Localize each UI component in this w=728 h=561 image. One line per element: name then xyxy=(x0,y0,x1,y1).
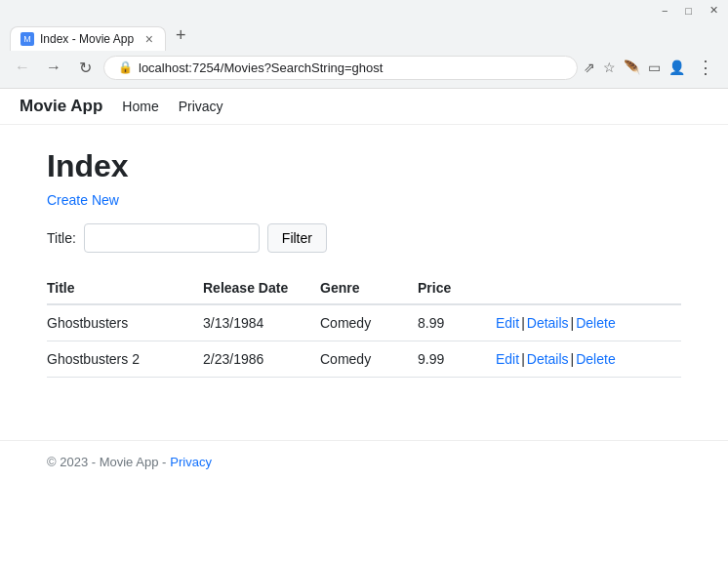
maximize-icon[interactable]: □ xyxy=(685,5,692,17)
col-header-title: Title xyxy=(47,272,203,304)
col-header-actions xyxy=(496,272,681,304)
address-bar[interactable]: 🔒 localhost:7254/Movies?SearchString=gho… xyxy=(103,56,578,80)
table-row: Ghostbusters 2 2/23/1986 Comedy 9.99 Edi… xyxy=(47,341,681,378)
edit-link-1[interactable]: Edit xyxy=(496,351,519,367)
filter-label: Title: xyxy=(47,230,76,246)
bookmark-icon[interactable]: ☆ xyxy=(603,60,616,75)
sep-3: | xyxy=(521,351,525,367)
main-content: Index Create New Title: Filter Title Rel… xyxy=(0,125,728,401)
delete-link-1[interactable]: Delete xyxy=(576,351,615,367)
back-button[interactable]: ← xyxy=(10,55,35,80)
browser-menu-button[interactable]: ⋮ xyxy=(693,55,718,80)
movie-release-1: 2/23/1986 xyxy=(203,341,320,378)
address-actions: ⇗ ☆ 🪶 ▭ 👤 ⋮ xyxy=(584,55,718,80)
movie-actions-0: Edit | Details | Delete xyxy=(496,304,681,341)
active-tab[interactable]: M Index - Movie App × xyxy=(10,26,166,51)
col-header-genre: Genre xyxy=(320,272,418,304)
table-body: Ghostbusters 3/13/1984 Comedy 8.99 Edit … xyxy=(47,304,681,378)
split-view-icon[interactable]: ▭ xyxy=(648,60,661,75)
sep-4: | xyxy=(571,351,575,367)
minimize-icon[interactable]: − xyxy=(662,5,667,17)
reload-button[interactable]: ↻ xyxy=(72,55,98,80)
movie-release-0: 3/13/1984 xyxy=(203,304,320,341)
tab-bar: M Index - Movie App × + xyxy=(0,17,728,51)
movie-price-0: 8.99 xyxy=(418,304,496,341)
filter-row: Title: Filter xyxy=(47,223,681,253)
filter-button[interactable]: Filter xyxy=(267,223,327,253)
tab-favicon: M xyxy=(20,32,34,46)
movies-table: Title Release Date Genre Price Ghostbust… xyxy=(47,272,681,378)
nav-home-link[interactable]: Home xyxy=(122,99,158,114)
url-text: localhost:7254/Movies?SearchString=ghost xyxy=(139,60,563,75)
movie-price-1: 9.99 xyxy=(418,341,496,378)
nav-privacy-link[interactable]: Privacy xyxy=(179,99,223,114)
details-link-1[interactable]: Details xyxy=(527,351,569,367)
title-search-input[interactable] xyxy=(84,223,260,253)
extensions-icon[interactable]: 🪶 xyxy=(624,60,640,75)
sep-2: | xyxy=(571,315,575,331)
col-header-price: Price xyxy=(418,272,496,304)
share-icon[interactable]: ⇗ xyxy=(584,60,595,75)
movie-title-1: Ghostbusters 2 xyxy=(47,341,203,378)
app-brand-link[interactable]: Movie App xyxy=(20,97,102,116)
movie-genre-1: Comedy xyxy=(320,341,418,378)
tab-title: Index - Movie App xyxy=(40,32,140,46)
browser-chrome: − □ ✕ M Index - Movie App × + ← → ↻ 🔒 lo… xyxy=(0,0,728,89)
create-new-link[interactable]: Create New xyxy=(47,192,119,208)
page-title: Index xyxy=(47,148,681,184)
footer-copyright: © 2023 - Movie App - xyxy=(47,455,166,469)
delete-link-0[interactable]: Delete xyxy=(576,315,615,331)
app-header: Movie App Home Privacy xyxy=(0,89,728,125)
col-header-release-date: Release Date xyxy=(203,272,320,304)
movie-title-0: Ghostbusters xyxy=(47,304,203,341)
lock-icon: 🔒 xyxy=(118,60,133,74)
address-bar-row: ← → ↻ 🔒 localhost:7254/Movies?SearchStri… xyxy=(0,51,728,88)
app-footer: © 2023 - Movie App - Privacy xyxy=(0,440,728,483)
movie-actions-1: Edit | Details | Delete xyxy=(496,341,681,378)
table-header: Title Release Date Genre Price xyxy=(47,272,681,304)
tab-close-button[interactable]: × xyxy=(145,32,153,46)
table-row: Ghostbusters 3/13/1984 Comedy 8.99 Edit … xyxy=(47,304,681,341)
footer-privacy-link[interactable]: Privacy xyxy=(170,455,212,469)
close-icon[interactable]: ✕ xyxy=(709,4,718,17)
sep-1: | xyxy=(521,315,525,331)
new-tab-button[interactable]: + xyxy=(168,20,194,51)
window-controls: − □ ✕ xyxy=(0,0,728,17)
profile-icon[interactable]: 👤 xyxy=(668,60,685,75)
forward-button[interactable]: → xyxy=(41,55,66,80)
movie-genre-0: Comedy xyxy=(320,304,418,341)
details-link-0[interactable]: Details xyxy=(527,315,569,331)
edit-link-0[interactable]: Edit xyxy=(496,315,519,331)
